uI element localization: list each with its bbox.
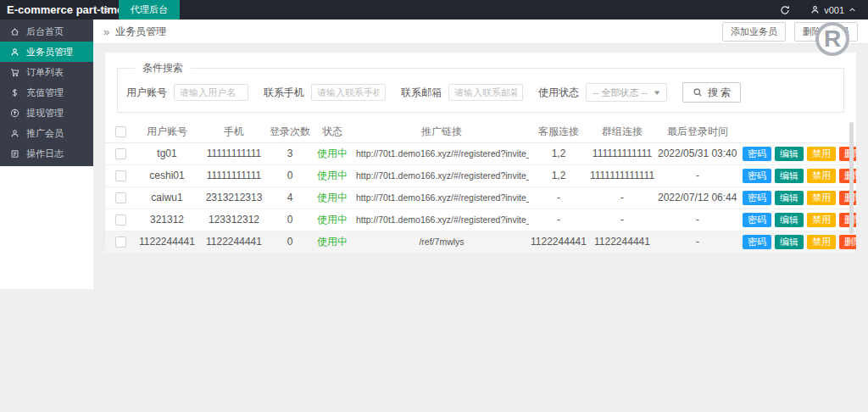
row-select-cell: [105, 231, 136, 253]
add-salesman-button[interactable]: 添加业务员: [722, 22, 786, 42]
password-button[interactable]: 密码: [743, 191, 771, 205]
top-bar: E-commerce part-time ≡ 代理后台 v001: [0, 0, 868, 19]
status-select[interactable]: -- 全部状态 -- ▼: [586, 83, 667, 102]
column-header: 客服连接: [529, 121, 588, 142]
search-fieldset: 条件搜索 用户账号 联系手机 联系邮箱 使用状态 -- 全部状态 -- ▼: [117, 61, 844, 113]
phone-filter-input[interactable]: [311, 84, 386, 101]
password-button[interactable]: 密码: [743, 147, 771, 161]
edit-button[interactable]: 编辑: [775, 235, 804, 249]
table-row: 112224444111222444410使用中/ref/7mwlys11222…: [105, 231, 856, 253]
disable-button[interactable]: 禁用: [807, 147, 836, 161]
table-scrollbar[interactable]: [849, 122, 854, 234]
sidebar-item-recharge[interactable]: 充值管理: [0, 82, 93, 103]
cell-actions: 密码编辑禁用删除: [739, 142, 856, 164]
main-area: » 业务员管理 添加业务员 删除业务员 条件搜索 用户账号 联系手机 联系邮箱 …: [93, 19, 868, 242]
cart-icon: [9, 67, 20, 78]
table-header-row: 用户账号手机登录次数状态推广链接客服连接群组连接最后登录时间: [105, 121, 856, 142]
disable-button[interactable]: 禁用: [807, 235, 836, 249]
cell-status: 使用中: [310, 209, 354, 231]
actions-column-header: [739, 121, 856, 142]
cell-phone: 11111111111: [198, 164, 270, 187]
sidebar-item-home[interactable]: 后台首页: [0, 21, 93, 42]
search-button-label: 搜 索: [708, 86, 731, 100]
disable-button[interactable]: 禁用: [807, 169, 836, 183]
edit-button[interactable]: 编辑: [775, 147, 804, 161]
user-dropdown[interactable]: v001: [798, 0, 868, 19]
cell-phone: 1122244441: [198, 231, 270, 253]
delete-button[interactable]: 删除: [839, 169, 856, 183]
row-checkbox[interactable]: [115, 237, 126, 248]
delete-button[interactable]: 删除: [839, 147, 856, 161]
withdraw-icon: [9, 108, 20, 119]
edit-button[interactable]: 编辑: [775, 169, 804, 183]
delete-button[interactable]: 删除: [839, 213, 856, 227]
content-area: 条件搜索 用户账号 联系手机 联系邮箱 使用状态 -- 全部状态 -- ▼: [93, 44, 868, 242]
row-checkbox[interactable]: [115, 170, 126, 181]
row-checkbox[interactable]: [115, 148, 126, 159]
row-select-cell: [105, 209, 136, 231]
log-icon: [9, 148, 20, 159]
account-filter-input[interactable]: [174, 84, 248, 101]
cell-last-login: 2022/05/31 03:40 am.: [656, 142, 739, 164]
cell-service-link: 1,2: [529, 142, 588, 164]
cell-actions: 密码编辑禁用删除: [739, 164, 856, 187]
user-icon: [9, 47, 20, 58]
filter-label: 用户账号: [126, 86, 167, 100]
user-version-label: v001: [824, 5, 844, 15]
email-filter-input[interactable]: [448, 84, 523, 101]
password-button[interactable]: 密码: [743, 213, 771, 227]
page-title: 业务员管理: [115, 25, 166, 39]
sidebar-item-orders[interactable]: 订单列表: [0, 62, 93, 82]
refresh-icon[interactable]: [771, 0, 798, 19]
edit-button[interactable]: 编辑: [775, 191, 804, 205]
status-filter-group: 使用状态 -- 全部状态 -- ▼: [538, 83, 667, 102]
cell-group-link: -: [588, 187, 656, 209]
delete-button[interactable]: 删除: [839, 191, 856, 205]
column-header: 状态: [310, 121, 354, 142]
sidebar-item-withdraw[interactable]: 提现管理: [0, 103, 93, 123]
delete-button[interactable]: 删除: [839, 235, 856, 249]
cell-promo-link: http://70t1.demo166.xyz/#/registered?inv…: [354, 209, 529, 231]
select-all-cell: [105, 121, 136, 142]
sidebar-item-members[interactable]: 推广会员: [0, 123, 93, 143]
cell-actions: 密码编辑禁用删除: [739, 209, 856, 231]
row-checkbox[interactable]: [115, 214, 126, 225]
cell-service-link: 1,2: [529, 164, 588, 187]
watermark-logo: R: [815, 22, 849, 56]
status-filter-label: 使用状态: [538, 86, 579, 100]
cell-group-link: 111111111111: [588, 142, 656, 164]
password-button[interactable]: 密码: [743, 235, 771, 249]
password-button[interactable]: 密码: [743, 169, 771, 183]
sidebar-item-salesman[interactable]: 业务员管理: [0, 42, 93, 62]
cell-group-link: 1122244441: [588, 231, 656, 253]
row-checkbox[interactable]: [115, 192, 126, 203]
cell-login-count: 0: [270, 209, 310, 231]
column-header: 最后登录时间: [656, 121, 739, 142]
topbar-spacer: [180, 0, 771, 19]
breadcrumb-chevron-icon: »: [103, 25, 109, 38]
select-all-checkbox[interactable]: [115, 126, 126, 137]
cell-service-link: -: [529, 209, 588, 231]
edit-button[interactable]: 编辑: [775, 213, 804, 227]
sidebar-item-logs[interactable]: 操作日志: [0, 143, 93, 164]
cell-promo-link: /ref/7mwlys: [354, 231, 529, 253]
sidebar-item-label: 推广会员: [26, 127, 64, 140]
cell-promo-link: http://70t1.demo166.xyz/#/registered?inv…: [354, 164, 529, 187]
cell-promo-link: http://70t1.demo166.xyz/#/registered?inv…: [354, 142, 529, 164]
hamburger-menu-icon[interactable]: ≡: [95, 0, 119, 19]
column-header: 登录次数: [270, 121, 310, 142]
cell-service-link: 1122244441: [529, 231, 588, 253]
chevron-up-icon: [849, 6, 856, 14]
tab-agent-backend[interactable]: 代理后台: [119, 0, 180, 19]
disable-button[interactable]: 禁用: [807, 213, 836, 227]
cell-service-link: -: [529, 187, 588, 209]
cell-phone: 2313212313: [198, 187, 270, 209]
phone-filter-group: 联系手机: [264, 84, 386, 101]
cell-promo-link: http://70t1.demo166.xyz/#/registered?inv…: [354, 187, 529, 209]
account-filter-group: 用户账号: [126, 84, 248, 101]
breadcrumb-bar: » 业务员管理 添加业务员 删除业务员: [93, 19, 868, 44]
cell-login-count: 3: [270, 142, 310, 164]
salesman-card: 条件搜索 用户账号 联系手机 联系邮箱 使用状态 -- 全部状态 -- ▼: [105, 53, 856, 242]
disable-button[interactable]: 禁用: [807, 191, 836, 205]
search-button[interactable]: 搜 索: [682, 82, 741, 103]
